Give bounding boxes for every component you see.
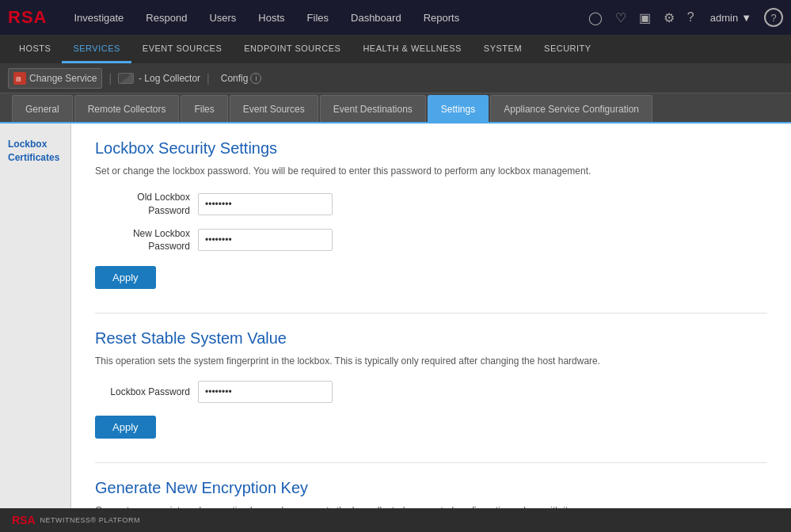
old-password-row: Old Lockbox Password — [95, 191, 767, 218]
config-label: Config — [221, 73, 249, 84]
gear-icon[interactable]: ⚙ — [660, 7, 678, 28]
lockbox-desc: Set or change the lockbox password. You … — [95, 164, 767, 178]
breadcrumb-separator: | — [108, 72, 112, 85]
subnav-services[interactable]: SERVICES — [62, 35, 131, 63]
new-password-row: New Lockbox Password — [95, 227, 767, 254]
service-icon: ▤ — [13, 72, 26, 85]
main-content: Lockbox Security Settings Set or change … — [71, 124, 791, 532]
rsa-logo: RSA — [8, 7, 47, 28]
admin-label: admin — [710, 12, 738, 24]
lockbox-title: Lockbox Security Settings — [95, 139, 767, 158]
footer-rsa-logo: RSA — [12, 514, 36, 526]
nav-hosts[interactable]: Hosts — [247, 0, 295, 35]
footer-logo: RSA NETWITNESS® PLATFORM — [12, 514, 140, 526]
top-nav-icons: ◯ ♡ ▣ ⚙ ? admin ▼ ? — [585, 7, 783, 28]
chevron-down-icon: ▼ — [741, 12, 751, 24]
sidebar-item-lockbox-certificates[interactable]: Lockbox Certificates — [0, 131, 70, 171]
reset-desc: This operation sets the system fingerpri… — [95, 354, 767, 368]
subnav-security[interactable]: SECURITY — [533, 35, 603, 63]
nav-files[interactable]: Files — [296, 0, 340, 35]
divider-2 — [95, 462, 767, 463]
info-icon: i — [250, 73, 261, 84]
top-nav: RSA Investigate Respond Users Hosts File… — [0, 0, 791, 35]
logo-area: RSA — [8, 7, 47, 28]
tab-appliance-service-config[interactable]: Appliance Service Configuration — [490, 95, 652, 122]
footer: RSA NETWITNESS® PLATFORM — [0, 508, 791, 532]
reset-title: Reset Stable System Value — [95, 329, 767, 348]
encryption-title: Generate New Encryption Key — [95, 479, 767, 497]
tab-settings[interactable]: Settings — [428, 95, 489, 122]
help-button[interactable]: ? — [764, 8, 783, 27]
top-nav-links: Investigate Respond Users Hosts Files Da… — [63, 0, 584, 35]
new-password-label: New Lockbox Password — [95, 227, 190, 254]
subnav-event-sources[interactable]: EVENT SOURCES — [131, 35, 233, 63]
subnav-hosts[interactable]: HOSTS — [8, 35, 62, 63]
lockbox-apply-button[interactable]: Apply — [95, 266, 156, 289]
service-name-icon — [118, 73, 134, 84]
bell-icon[interactable]: ♡ — [612, 7, 629, 28]
old-password-input[interactable] — [198, 193, 333, 215]
nav-investigate[interactable]: Investigate — [63, 0, 135, 35]
reset-password-input[interactable] — [198, 381, 333, 403]
new-password-input[interactable] — [198, 229, 333, 251]
sidebar: Lockbox Certificates — [0, 124, 71, 532]
tab-general[interactable]: General — [12, 95, 73, 122]
reset-section: Reset Stable System Value This operation… — [95, 329, 767, 454]
tab-event-destinations[interactable]: Event Destinations — [320, 95, 426, 122]
breadcrumb-bar: ▤ Change Service | - Log Collector | Con… — [0, 63, 791, 93]
subnav-endpoint-sources[interactable]: ENDPOINT SOURCES — [233, 35, 352, 63]
lockbox-section: Lockbox Security Settings Set or change … — [95, 139, 767, 305]
nav-respond[interactable]: Respond — [135, 0, 198, 35]
service-name-area: - Log Collector — [118, 73, 200, 84]
monitor-icon[interactable]: ▣ — [636, 7, 654, 28]
breadcrumb-separator-2: | — [207, 72, 210, 85]
admin-button[interactable]: admin ▼ — [704, 9, 758, 27]
question-icon[interactable]: ? — [684, 7, 698, 28]
footer-tagline: NETWITNESS® PLATFORM — [40, 516, 140, 524]
service-name-label: - Log Collector — [139, 73, 200, 84]
nav-reports[interactable]: Reports — [413, 0, 471, 35]
svg-text:▤: ▤ — [16, 76, 21, 82]
reset-apply-button[interactable]: Apply — [95, 416, 156, 439]
tabs-bar: General Remote Collectors Files Event So… — [0, 93, 791, 124]
tab-remote-collectors[interactable]: Remote Collectors — [74, 95, 180, 122]
change-service-button[interactable]: ▤ Change Service — [8, 68, 102, 89]
sub-nav: HOSTS SERVICES EVENT SOURCES ENDPOINT SO… — [0, 35, 791, 63]
reset-password-row: Lockbox Password — [95, 381, 767, 403]
divider-1 — [95, 313, 767, 314]
old-password-label: Old Lockbox Password — [95, 191, 190, 218]
reset-password-label: Lockbox Password — [95, 386, 190, 399]
nav-users[interactable]: Users — [198, 0, 247, 35]
subnav-health-wellness[interactable]: HEALTH & WELLNESS — [352, 35, 472, 63]
config-button[interactable]: Config i — [216, 71, 267, 86]
change-service-label: Change Service — [29, 73, 97, 84]
main-layout: Lockbox Certificates Lockbox Security Se… — [0, 124, 791, 532]
nav-dashboard[interactable]: Dashboard — [340, 0, 413, 35]
subnav-system[interactable]: SYSTEM — [473, 35, 533, 63]
tab-files[interactable]: Files — [181, 95, 227, 122]
clock-icon[interactable]: ◯ — [585, 7, 606, 28]
tab-event-sources[interactable]: Event Sources — [230, 95, 318, 122]
